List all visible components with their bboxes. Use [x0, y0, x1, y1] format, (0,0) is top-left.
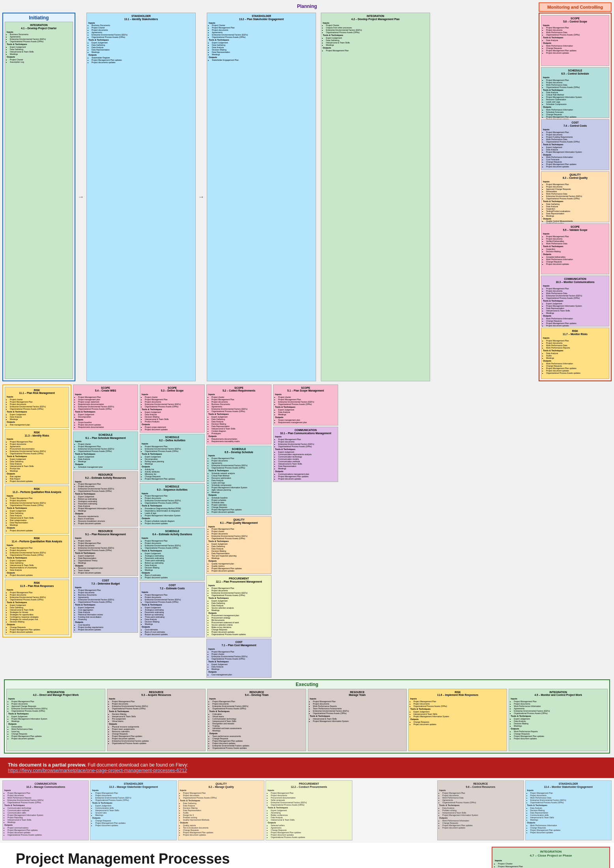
main-container: Planning Monitoring and Controlling Init…: [0, 0, 614, 868]
box-cost-72: COST7.2 – Estimate Costs Inputs Project …: [140, 582, 205, 637]
box-quality-82: QUALITY8.2 – Manage Quality Inputs Proje…: [178, 780, 264, 840]
preview-link[interactable]: https://flevy.com/browse/marketplace/one…: [8, 768, 187, 773]
box-stakeholder-134: STAKEHOLDER13.4 – Monitor Stakeholder En…: [525, 780, 612, 840]
bottom-right-area: INTEGRATION4.7 – Close Project or Phase …: [488, 843, 614, 868]
box-risk-113: RISK11.3 – Identify Risks Inputs Project…: [5, 429, 69, 484]
document-title: Project Management Processes: [16, 851, 472, 867]
planning-label: Planning: [75, 2, 539, 10]
box-integration-41: INTEGRATION4.1 – Develop Project Charter…: [5, 22, 73, 379]
executing-label: Executing: [6, 682, 608, 687]
box-resource-93: RESOURCE9.3 – Acquire Resources Inputs P…: [107, 689, 206, 751]
box-integration-42: INTEGRATION4.2 – Develop Project Managem…: [321, 13, 430, 381]
box-schedule-62: SCHEDULE6.2 – Define Activities Inputs P…: [140, 434, 205, 482]
box-risk-114: RISK11.4 – Perform Quantitative Risk Ana…: [5, 535, 69, 578]
title-area: Project Management Processes Flowchart b…: [0, 843, 488, 868]
box-cost-71: COST7.1 – Plan Cost Management Inputs Pr…: [206, 639, 271, 677]
box-schedule-63: SCHEDULE6.3 – Sequence Activities Inputs…: [140, 483, 205, 527]
box-procurement-122: PROCUREMENT12.2 – Conduct Procurements I…: [266, 780, 352, 840]
box-quality-83: QUALITY8.3 – Control Quality Inputs Proj…: [541, 171, 609, 222]
box-integration-45-exec: INTEGRATION4.5 – Monitor and Control Pro…: [509, 689, 608, 751]
box-cost-74: COST7.4 – Control Costs Inputs Project M…: [541, 119, 609, 170]
process-map: Planning Monitoring and Controlling Init…: [0, 0, 614, 757]
box-stakeholder-133: STAKEHOLDER13.3 – Manage Stakeholder Eng…: [90, 780, 176, 840]
box-scope-56: SCOPE5.6 – Control Scope Inputs Project …: [541, 15, 609, 66]
box-communication-101: COMMUNICATION10.1 – Plan Communications …: [273, 427, 338, 482]
box-risk-113-qual: RISK11.3 – Perform Qualitative Risk Anal…: [5, 486, 69, 534]
box-resource-92: RESOURCE9.2 – Estimate Activity Resource…: [73, 471, 138, 527]
monitoring-column: SCOPE5.6 – Control Scope Inputs Project …: [539, 13, 612, 381]
box-communication-102: COMMUNICATION10.2 – Manage Communication…: [2, 780, 89, 840]
box-schedule-65: SCHEDULE6.5 – Control Schedule Inputs Pr…: [541, 67, 609, 118]
resource-manage-title: RESOURCEManage Team: [310, 691, 405, 697]
box-resource-96: RESOURCE9.6 – Control Resources Inputs P…: [437, 780, 524, 840]
box-integration-43: INTEGRATION4.3 – Direct and Manage Proje…: [6, 689, 105, 751]
box-risk-117: RISK11.7 – Monitor Risks Inputs Project …: [541, 328, 609, 379]
box-integration-47: INTEGRATION4.7 – Close Project or Phase …: [492, 847, 610, 868]
box-scope-51: SCOPE5.1 – Plan Scope Management Inputs …: [273, 384, 338, 426]
box-scope-54: SCOPE5.4 – Create WBS Inputs Project Man…: [73, 384, 138, 430]
box-communication-103: COMMUNICATION10.3 – Monitor Communicatio…: [541, 276, 609, 326]
preview-banner: This document is a partial preview. Full…: [0, 757, 614, 778]
box-resource-94: RESOURCE9.4 – Develop Team Inputs Projec…: [207, 689, 306, 751]
box-stakeholder-132: STAKEHOLDER13.2 – Plan Stakeholder Engag…: [207, 13, 316, 381]
bottom-section: Project Management Processes Flowchart b…: [0, 843, 614, 868]
box-scope-55: SCOPE5.5 – Validate Scope Inputs Project…: [541, 223, 609, 274]
box-stakeholder-131: STAKEHOLDER13.1 – Identify Stakeholders …: [86, 13, 196, 381]
box-quality-81: QUALITY6.1 – Plan Quality Management Inp…: [206, 516, 271, 574]
box-risk-111: RISK11.1 – Plan Risk Management Inputs P…: [5, 387, 69, 428]
box-schedule-64: SCHEDULE6.4 – Estimate Activity Duration…: [140, 528, 205, 581]
box-schedule-65-develop: SCHEDULE6.5 – Develop Schedule Inputs Pr…: [206, 446, 271, 515]
box-scope-53: SCOPE5.3 – Define Scope Inputs Project c…: [140, 384, 205, 433]
box-risk-116: RISK11.6 – Implement Risk Responses Inpu…: [408, 689, 507, 751]
monitoring-label: Monitoring and Controlling: [547, 5, 603, 9]
bottom-executing-area: COMMUNICATION10.2 – Manage Communication…: [0, 778, 614, 843]
box-cost-73: COST7.3 – Determine Budget Inputs Projec…: [73, 577, 138, 632]
box-procurement-121: PROCUREMENT12.1 – Plan Procurement Manag…: [206, 575, 271, 637]
box-schedule-61: SCHEDULE6.1 – Plan Schedule Management I…: [73, 431, 138, 470]
box-risk-115: RISK11.5 – Plan Risk Responses Inputs Pr…: [5, 579, 69, 635]
initiating-label: Initiating: [5, 15, 73, 21]
box-scope-52: SCOPE5.2 – Collect Requirements Inputs P…: [206, 384, 271, 444]
box-resource-91: RESOURCE9.1 – Plan Resource Management I…: [73, 528, 138, 576]
box-resource-95: RESOURCEManage Team Inputs Project Manag…: [308, 689, 407, 751]
preview-text: This document is a partial preview. Full…: [8, 762, 188, 773]
